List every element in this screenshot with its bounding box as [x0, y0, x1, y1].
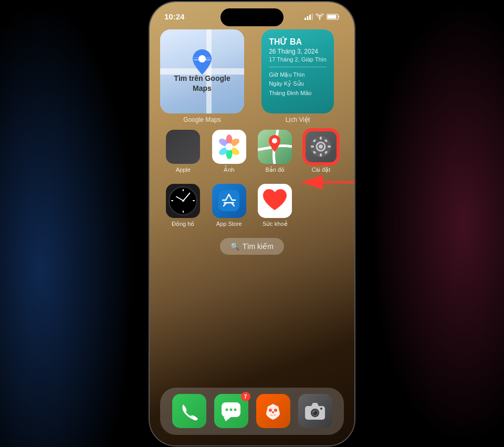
dock-phone-icon — [172, 394, 206, 428]
phone-frame: 10:24 — [150, 2, 354, 445]
calendar-date: 26 Tháng 3, 2024 — [269, 48, 327, 55]
photos-app-label: Ảnh — [224, 167, 234, 173]
appstore-app-icon — [212, 184, 246, 218]
clock-app-label: Đồng hồ — [172, 221, 194, 227]
svg-point-46 — [320, 408, 322, 410]
left-blur — [0, 0, 136, 447]
signal-icon — [304, 14, 313, 20]
messages-badge: 7 — [241, 392, 250, 401]
calendar-widget-label: Lịch Việt — [286, 116, 310, 123]
svg-rect-1 — [307, 16, 309, 20]
photos-app[interactable]: Ảnh — [206, 130, 253, 173]
maps-app-label: Bản đồ — [265, 167, 285, 173]
calendar-widget[interactable]: THỨ BA 26 Tháng 3, 2024 17 Tháng 2, Giáp… — [261, 29, 334, 113]
calendar-detail3: Tháng Đinh Mão — [269, 89, 327, 98]
red-arrow — [291, 169, 354, 195]
dock-brave-icon — [256, 394, 290, 428]
health-app-label: Sức khoẻ — [262, 221, 288, 227]
svg-rect-25 — [311, 145, 314, 148]
right-blur — [368, 0, 504, 447]
apple-app-icon — [166, 130, 200, 164]
status-time: 10:24 — [164, 12, 184, 21]
battery-icon — [327, 14, 340, 20]
photos-app-icon — [212, 130, 246, 164]
status-icons — [304, 14, 340, 20]
svg-rect-7 — [328, 15, 337, 18]
maps-widget-text: Tìm trên Google Maps — [165, 74, 239, 92]
svg-point-36 — [230, 408, 233, 411]
maps-app[interactable]: Bản đồ — [252, 130, 298, 173]
dock-phone-app[interactable] — [172, 394, 206, 428]
dock-messages-app[interactable]: 7 — [214, 394, 248, 428]
dock-camera-icon — [298, 394, 332, 428]
maps-widget-label: Google Maps — [183, 116, 220, 123]
svg-point-19 — [272, 138, 277, 143]
svg-rect-2 — [309, 15, 311, 20]
svg-point-22 — [319, 144, 323, 149]
svg-point-45 — [313, 411, 315, 412]
health-app-icon — [258, 184, 292, 218]
svg-rect-0 — [304, 18, 306, 20]
calendar-detail1: Giờ Mậu Thìn — [269, 70, 327, 80]
clock-app-icon — [166, 184, 200, 218]
dock-brave-app[interactable] — [256, 394, 290, 428]
svg-point-16 — [225, 143, 233, 150]
svg-rect-26 — [328, 145, 331, 148]
dynamic-island — [220, 8, 284, 26]
home-content: Tìm trên Google Maps Google Maps THỨ BA … — [150, 25, 354, 255]
svg-point-4 — [319, 18, 320, 19]
arrow-container — [291, 169, 354, 197]
svg-rect-24 — [320, 153, 322, 157]
calendar-lunar: 17 Tháng 2, Giáp Thìn — [269, 56, 327, 63]
dock: 7 — [160, 388, 344, 435]
svg-rect-31 — [218, 190, 239, 211]
settings-app[interactable]: Cài đặt — [298, 130, 344, 173]
svg-point-35 — [226, 408, 228, 411]
svg-point-39 — [274, 409, 277, 412]
svg-point-37 — [234, 408, 237, 411]
appstore-app[interactable]: App Store — [206, 184, 253, 227]
apple-app[interactable]: Apple — [160, 130, 206, 173]
search-bar: 🔍 Tìm kiếm — [160, 238, 344, 255]
dock-camera-app[interactable] — [298, 394, 332, 428]
svg-point-8 — [198, 55, 206, 63]
calendar-weekday: THỨ BA — [269, 37, 327, 47]
search-pill[interactable]: 🔍 Tìm kiếm — [220, 238, 284, 255]
svg-rect-3 — [312, 14, 313, 20]
settings-app-icon — [304, 130, 338, 164]
clock-app[interactable]: Đồng hồ — [160, 184, 206, 227]
maps-pin-icon — [192, 49, 213, 70]
svg-point-38 — [269, 409, 272, 412]
svg-rect-6 — [339, 16, 340, 18]
search-label: Tìm kiếm — [243, 242, 274, 251]
maps-widget[interactable]: Tìm trên Google Maps — [160, 29, 244, 113]
svg-point-40 — [272, 411, 274, 413]
wifi-icon — [316, 14, 324, 20]
widgets-row: Tìm trên Google Maps Google Maps THỨ BA … — [160, 29, 344, 123]
calendar-detail2: Ngày Kỷ Sửu — [269, 79, 327, 89]
search-icon: 🔍 — [230, 242, 239, 251]
appstore-app-label: App Store — [216, 221, 242, 227]
svg-rect-23 — [320, 137, 322, 140]
maps-app-icon — [258, 130, 292, 164]
apple-app-label: Apple — [176, 167, 191, 173]
